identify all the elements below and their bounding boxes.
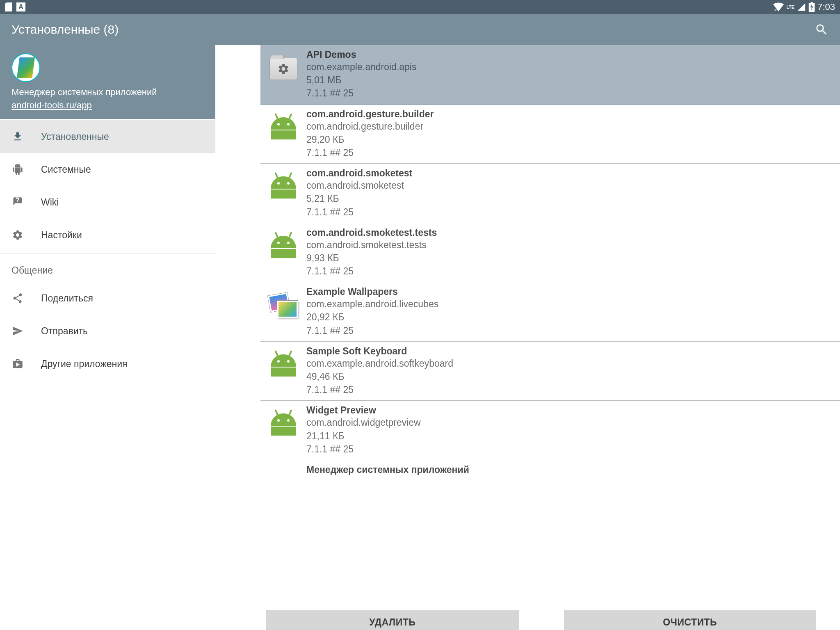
app-package-label: com.android.widgetpreview xyxy=(306,416,834,429)
app-icon-wrap xyxy=(266,407,301,442)
help-icon xyxy=(11,196,24,208)
clear-button[interactable]: ОЧИСТИТЬ xyxy=(564,610,817,630)
app-icon-wrap xyxy=(266,52,301,86)
android-app-icon xyxy=(271,117,296,139)
sidebar-item-system[interactable]: Системные xyxy=(0,153,215,186)
shop-icon xyxy=(11,358,24,370)
app-size-label: 9,93 КБ xyxy=(306,251,834,265)
app-name-label: com.android.smoketest.tests xyxy=(306,227,834,238)
app-size-label: 5,21 КБ xyxy=(306,192,834,205)
sidebar-item-label: Установленные xyxy=(41,131,109,142)
app-icon-wrap xyxy=(266,289,301,323)
app-size-label: 5,01 МБ xyxy=(306,73,834,87)
status-left: A xyxy=(5,2,25,11)
signal-icon xyxy=(797,2,806,11)
android-app-icon xyxy=(271,176,296,199)
app-logo-icon xyxy=(11,53,40,82)
app-icon-wrap xyxy=(266,170,301,205)
app-row[interactable]: Example Wallpaperscom.example.android.li… xyxy=(260,282,840,342)
app-size-label: 21,11 КБ xyxy=(306,429,834,443)
svg-rect-3 xyxy=(811,2,813,4)
app-link[interactable]: android-tools.ru/app xyxy=(11,100,92,110)
download-icon xyxy=(11,130,24,143)
send-icon xyxy=(11,325,24,337)
app-row[interactable]: com.android.smoketestcom.android.smokete… xyxy=(260,164,840,223)
app-size-label: 20,92 КБ xyxy=(306,310,834,324)
app-row[interactable]: Менеджер системных приложений xyxy=(260,460,840,475)
sidebar-item-share[interactable]: Поделиться xyxy=(0,282,215,315)
sidebar-item-label: Системные xyxy=(41,164,91,175)
status-bar: A ✕ LTE 7:03 xyxy=(0,0,840,14)
sidebar-header: Менеджер системных приложений android-to… xyxy=(0,45,215,119)
app-details: Sample Soft Keyboardcom.example.android.… xyxy=(306,346,834,401)
search-icon[interactable] xyxy=(815,23,829,37)
settings-icon xyxy=(11,229,24,241)
app-list: API Demoscom.example.android.apis5,01 МБ… xyxy=(215,45,840,605)
app-name-label: Sample Soft Keyboard xyxy=(306,346,834,357)
divider xyxy=(0,253,215,253)
app-indicator-icon: A xyxy=(16,2,25,11)
app-version-label: 7.1.1 ## 25 xyxy=(306,87,834,100)
app-name-label: com.android.smoketest xyxy=(306,168,834,179)
app-name-label: com.android.gesture.builder xyxy=(306,109,834,120)
app-version-label: 7.1.1 ## 25 xyxy=(306,146,834,159)
sidebar-item-wiki[interactable]: Wiki xyxy=(0,186,215,219)
sidebar: Менеджер системных приложений android-to… xyxy=(0,45,215,605)
sidebar-item-installed[interactable]: Установленные xyxy=(0,120,215,153)
app-details: Widget Previewcom.android.widgetpreview2… xyxy=(306,405,834,460)
app-package-label: com.android.smoketest.tests xyxy=(306,238,834,251)
app-package-label: com.android.smoketest xyxy=(306,179,834,192)
status-right: ✕ LTE 7:03 xyxy=(773,2,835,12)
app-package-label: com.example.android.livecubes xyxy=(306,297,834,310)
android-small-icon xyxy=(11,163,24,176)
app-icon-wrap xyxy=(266,111,301,146)
app-version-label: 7.1.1 ## 25 xyxy=(306,443,834,456)
section-label-social: Общение xyxy=(0,255,215,282)
app-name-label: Example Wallpapers xyxy=(306,286,834,297)
app-version-label: 7.1.1 ## 25 xyxy=(306,265,834,278)
sidebar-item-more-apps[interactable]: Другие приложения xyxy=(0,347,215,380)
wifi-icon: ✕ xyxy=(773,2,784,11)
nav-main: Установленные Системные Wiki Настойки xyxy=(0,120,215,251)
app-size-label: 49,46 КБ xyxy=(306,370,834,383)
delete-button[interactable]: УДАЛИТЬ xyxy=(266,610,519,630)
sidebar-item-send[interactable]: Отправить xyxy=(0,315,215,347)
app-icon-wrap xyxy=(266,230,301,264)
app-package-label: com.example.android.apis xyxy=(306,60,834,73)
app-details: com.android.gesture.buildercom.android.g… xyxy=(306,109,834,164)
app-row[interactable]: Widget Previewcom.android.widgetpreview2… xyxy=(260,401,840,460)
sidebar-item-label: Отправить xyxy=(41,326,88,337)
app-version-label: 7.1.1 ## 25 xyxy=(306,324,834,337)
app-header: Установленные (8) xyxy=(0,14,840,45)
app-version-label: 7.1.1 ## 25 xyxy=(306,205,834,219)
app-details: Example Wallpaperscom.example.android.li… xyxy=(306,286,834,341)
battery-charging-icon xyxy=(808,2,815,12)
sidebar-item-label: Настойки xyxy=(41,230,82,241)
lte-label: LTE xyxy=(786,5,794,9)
android-app-icon xyxy=(271,354,296,377)
app-name-label: Менеджер системных приложений xyxy=(306,464,834,475)
app-row[interactable]: com.android.smoketest.testscom.android.s… xyxy=(260,223,840,283)
app-size-label: 29,20 КБ xyxy=(306,133,834,146)
action-bar: УДАЛИТЬ ОЧИСТИТЬ xyxy=(215,605,840,630)
content: Менеджер системных приложений android-to… xyxy=(0,45,840,605)
folder-gear-icon xyxy=(269,58,297,80)
sidebar-item-settings[interactable]: Настойки xyxy=(0,219,215,251)
sidebar-item-label: Wiki xyxy=(41,197,59,208)
wallpaper-icon xyxy=(269,294,298,318)
android-app-icon xyxy=(271,236,296,258)
app-version-label: 7.1.1 ## 25 xyxy=(306,383,834,396)
sdcard-icon xyxy=(5,2,12,11)
app-package-label: com.example.android.softkeyboard xyxy=(306,357,834,370)
app-row[interactable]: API Demoscom.example.android.apis5,01 МБ… xyxy=(260,45,840,105)
app-icon-wrap xyxy=(266,348,301,383)
app-row[interactable]: com.android.gesture.buildercom.android.g… xyxy=(260,105,840,164)
app-name-label: API Demos xyxy=(306,49,834,60)
app-name-label: Менеджер системных приложений xyxy=(11,87,204,98)
app-name-label: Widget Preview xyxy=(306,405,834,416)
app-package-label: com.android.gesture.builder xyxy=(306,120,834,133)
share-icon xyxy=(11,292,24,304)
app-icon-wrap xyxy=(266,467,301,475)
android-app-icon xyxy=(271,413,296,436)
app-row[interactable]: Sample Soft Keyboardcom.example.android.… xyxy=(260,342,840,401)
